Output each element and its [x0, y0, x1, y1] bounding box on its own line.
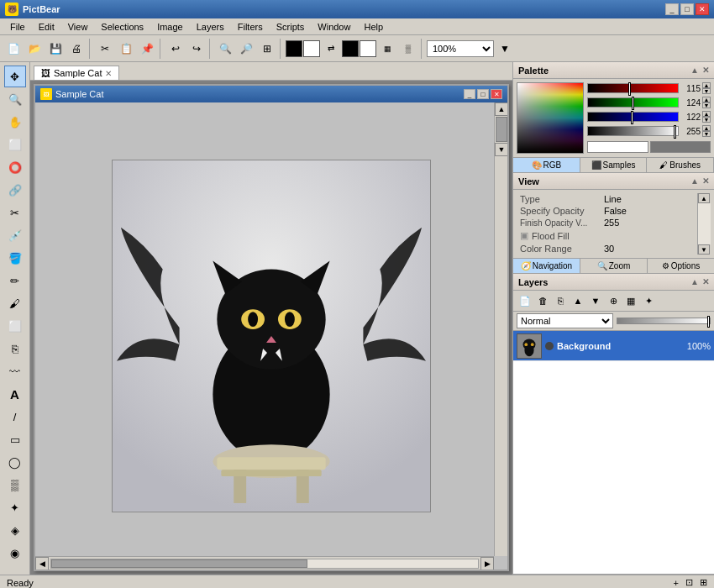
horizontal-scrollbar[interactable]: ◀ ▶ — [35, 556, 494, 570]
tool-crop[interactable]: ✂ — [4, 202, 26, 223]
layer-up-button[interactable]: ▲ — [570, 292, 586, 309]
tb-color3[interactable] — [342, 40, 359, 57]
tool-eraser[interactable]: ⬜ — [4, 315, 26, 337]
menu-filters[interactable]: Filters — [231, 20, 270, 34]
layer-merge-button[interactable]: ⊕ — [605, 292, 622, 309]
view-close[interactable]: ✕ — [702, 176, 709, 186]
tool-clone[interactable]: ⎘ — [4, 338, 26, 360]
close-button[interactable]: ✕ — [696, 3, 709, 15]
tool-shape-rect[interactable]: ▭ — [4, 428, 26, 450]
scroll-track[interactable] — [495, 117, 507, 142]
layers-close[interactable]: ✕ — [702, 277, 709, 286]
color-spectrum[interactable] — [517, 82, 584, 154]
tb-pattern[interactable]: ▦ — [377, 39, 397, 59]
scroll-right-button[interactable]: ▶ — [480, 557, 494, 570]
palette-pin[interactable]: ▲ — [690, 66, 699, 75]
layer-fx-button[interactable]: ✦ — [640, 292, 657, 309]
scroll-thumb[interactable] — [496, 117, 507, 142]
scroll-down-button[interactable]: ▼ — [495, 143, 507, 156]
tb-fit[interactable]: ⊞ — [257, 39, 277, 59]
tb-undo[interactable]: ↩ — [165, 39, 186, 59]
layer-row-background[interactable]: Background 100% — [513, 331, 714, 361]
layer-visibility-dot[interactable] — [545, 342, 554, 350]
doc-close-button[interactable]: ✕ — [491, 89, 502, 99]
tb-redo[interactable]: ↪ — [186, 39, 207, 59]
tool-select-rect[interactable]: ⬜ — [4, 134, 26, 155]
menu-edit[interactable]: Edit — [32, 20, 61, 34]
layers-pin[interactable]: ▲ — [690, 277, 699, 286]
red-spin-down[interactable]: ▼ — [702, 88, 711, 94]
tb-swap[interactable]: ⇄ — [321, 39, 341, 59]
tool-gradient2[interactable]: ▒ — [4, 474, 26, 496]
tool-lasso[interactable]: 🔗 — [4, 179, 26, 201]
tb-open[interactable]: 📂 — [24, 39, 45, 59]
tool-pointer[interactable]: ✥ — [4, 66, 26, 87]
doc-maximize[interactable]: □ — [477, 89, 489, 99]
palette-tab-samples[interactable]: ⬛ Samples — [580, 158, 648, 172]
tb-paste[interactable]: 📌 — [137, 39, 157, 59]
tb-copy[interactable]: 📋 — [116, 39, 136, 59]
alpha-spin-down[interactable]: ▼ — [702, 131, 711, 137]
tool-shape-ellipse[interactable]: ◯ — [4, 451, 26, 473]
tb-print[interactable]: 🖨 — [66, 39, 87, 59]
menu-file[interactable]: File — [3, 20, 32, 34]
menu-help[interactable]: Help — [357, 20, 390, 34]
palette-close[interactable]: ✕ — [702, 66, 709, 75]
view-tab-options[interactable]: ⚙ Options — [648, 259, 714, 273]
view-tab-zoom[interactable]: 🔍 Zoom — [580, 259, 648, 273]
tool-text[interactable]: A — [4, 383, 26, 405]
blue-spin-up[interactable]: ▲ — [702, 111, 711, 117]
tool-select-ellipse[interactable]: ⭕ — [4, 156, 26, 178]
minimize-button[interactable]: _ — [665, 3, 679, 15]
scroll-left-button[interactable]: ◀ — [35, 557, 49, 570]
current-color-box[interactable] — [587, 141, 648, 153]
menu-view[interactable]: View — [61, 20, 95, 34]
hscroll-thumb[interactable] — [51, 559, 307, 568]
scroll-up-button[interactable]: ▲ — [495, 102, 507, 116]
collapse-icon[interactable]: ▣ — [520, 230, 528, 241]
tb-zoom-in[interactable]: 🔍 — [215, 39, 235, 59]
menu-scripts[interactable]: Scripts — [270, 20, 312, 34]
tb-save[interactable]: 💾 — [45, 39, 66, 59]
alpha-slider[interactable] — [587, 126, 679, 136]
zoom-select[interactable]: 25% 50% 75% 100% 150% 200% — [427, 40, 494, 57]
tool-sharpen[interactable]: ◈ — [4, 519, 26, 541]
tool-brush[interactable]: 🖌 — [4, 292, 26, 314]
tool-paintbucket[interactable]: 🪣 — [4, 247, 26, 269]
blue-spin-down[interactable]: ▼ — [702, 117, 711, 123]
tool-move[interactable]: ✋ — [4, 111, 26, 133]
tool-blur[interactable]: ◉ — [4, 542, 26, 564]
green-spin-up[interactable]: ▲ — [702, 97, 711, 102]
vscroll-up[interactable]: ▲ — [698, 193, 710, 203]
red-slider[interactable] — [587, 83, 679, 93]
opacity-slider[interactable] — [617, 318, 711, 324]
menu-selections[interactable]: Selections — [94, 20, 150, 34]
tool-line[interactable]: / — [4, 406, 26, 428]
vscroll-down[interactable]: ▼ — [698, 244, 710, 255]
blend-mode-select[interactable]: Normal Multiply Screen Overlay — [517, 313, 613, 328]
tb-new[interactable]: 📄 — [3, 39, 24, 59]
layer-add-button[interactable]: 📄 — [517, 292, 533, 309]
tool-heal[interactable]: ✦ — [4, 496, 26, 518]
tb-zoom-out[interactable]: 🔎 — [236, 39, 256, 59]
menu-image[interactable]: Image — [150, 20, 190, 34]
menu-window[interactable]: Window — [311, 20, 357, 34]
menu-layers[interactable]: Layers — [190, 20, 231, 34]
maximize-button[interactable]: □ — [680, 3, 694, 15]
tb-gradient[interactable]: ▒ — [398, 39, 418, 59]
tool-zoom[interactable]: 🔍 — [4, 88, 26, 110]
green-spin-down[interactable]: ▼ — [702, 102, 711, 108]
tb-color4[interactable] — [360, 40, 376, 57]
tool-pencil[interactable]: ✏ — [4, 270, 26, 291]
vertical-scrollbar[interactable]: ▲ ▼ — [494, 102, 507, 556]
view-pin[interactable]: ▲ — [690, 176, 699, 186]
layer-flatten-button[interactable]: ▦ — [622, 292, 639, 309]
new-color-box[interactable] — [650, 141, 711, 153]
view-tab-navigation[interactable]: 🧭 Navigation — [513, 259, 580, 273]
blue-slider[interactable] — [587, 112, 679, 122]
tab-sample-cat[interactable]: 🖼 Sample Cat ✕ — [34, 66, 119, 80]
vscroll-track[interactable] — [698, 203, 711, 244]
layer-down-button[interactable]: ▼ — [587, 292, 604, 309]
view-scrollbar[interactable]: ▲ ▼ — [697, 193, 711, 255]
tool-smudge[interactable]: 〰 — [4, 360, 26, 382]
